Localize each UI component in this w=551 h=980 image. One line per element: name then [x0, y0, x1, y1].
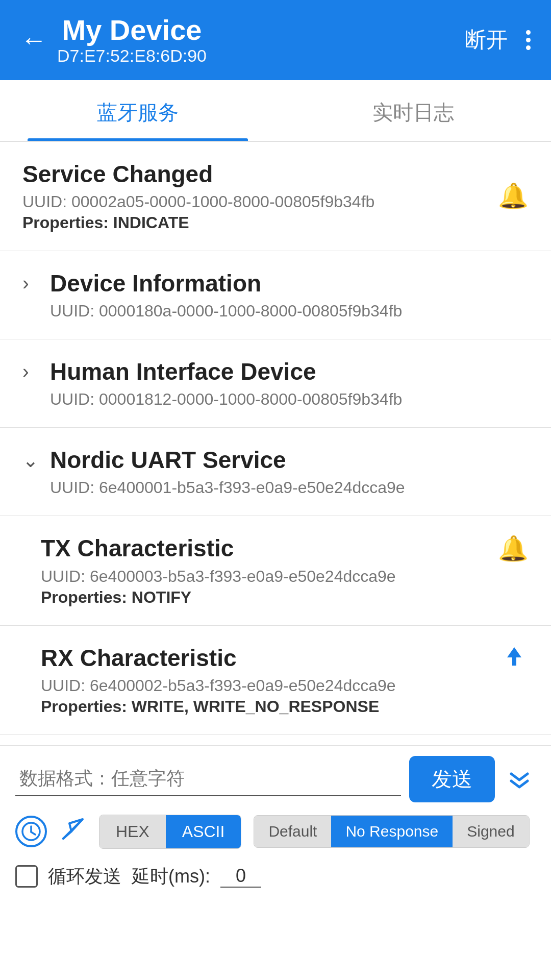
dot3 — [526, 45, 531, 50]
default-response-button[interactable]: Default — [254, 816, 331, 847]
back-button[interactable]: ← — [20, 27, 47, 53]
no-response-button[interactable]: No Response — [331, 816, 453, 847]
encoding-toggle: HEX ASCII — [99, 815, 241, 849]
svg-line-3 — [31, 832, 35, 835]
expand-button[interactable] — [503, 763, 536, 795]
service-item-device-info[interactable]: › Device Information UUID: 0000180a-0000… — [0, 251, 551, 339]
service-uuid-hid: UUID: 00001812-0000-1000-8000-00805f9b34… — [50, 390, 402, 409]
app-header: ← My Device D7:E7:52:E8:6D:90 断开 — [0, 0, 551, 80]
char-props-rx: Properties: WRITE, WRITE_NO_RESPONSE — [41, 697, 396, 716]
send-plane-icon[interactable] — [59, 815, 87, 848]
service-props-service-changed: Properties: INDICATE — [22, 213, 374, 232]
char-props-tx: Properties: NOTIFY — [41, 588, 396, 607]
tab-bar: 蓝牙服务 实时日志 — [0, 80, 551, 142]
more-options-button[interactable] — [526, 30, 531, 50]
service-item-hid[interactable]: › Human Interface Device UUID: 00001812-… — [0, 339, 551, 428]
loop-row: 循环发送 延时(ms): — [15, 859, 536, 894]
service-uuid-device-info: UUID: 0000180a-0000-1000-8000-00805f9b34… — [50, 302, 402, 321]
header-title-block: My Device D7:E7:52:E8:6D:90 — [57, 14, 207, 66]
service-item-service-changed: Service Changed UUID: 00002a05-0000-1000… — [0, 142, 551, 251]
disconnect-button[interactable]: 断开 — [465, 26, 508, 54]
chevron-down-nordic-uart: ⌄ — [22, 449, 39, 472]
delay-input[interactable] — [220, 865, 261, 888]
expand-chevrons-icon — [507, 767, 532, 791]
service-uuid-service-changed: UUID: 00002a05-0000-1000-8000-00805f9b34… — [22, 192, 374, 211]
service-name-nordic-uart: Nordic UART Service — [50, 446, 405, 474]
char-name-rx: RX Characteristic — [41, 644, 396, 672]
upload-button-rx[interactable] — [500, 644, 529, 674]
char-uuid-tx: UUID: 6e400003-b5a3-f393-e0a9-e50e24dcca… — [41, 567, 396, 586]
ascii-button[interactable]: ASCII — [166, 815, 241, 848]
signed-button[interactable]: Signed — [453, 816, 529, 847]
service-name-hid: Human Interface Device — [50, 358, 402, 386]
service-uuid-nordic-uart: UUID: 6e400001-b5a3-f393-e0a9-e50e24dcca… — [50, 478, 405, 497]
send-button[interactable]: 发送 — [409, 756, 495, 802]
loop-send-checkbox[interactable] — [15, 865, 38, 888]
char-name-tx: TX Characteristic — [41, 534, 396, 562]
tab-ble-services[interactable]: 蓝牙服务 — [0, 80, 276, 141]
device-address: D7:E7:52:E8:6D:90 — [57, 46, 207, 66]
characteristic-item-rx: RX Characteristic UUID: 6e400002-b5a3-f3… — [0, 626, 551, 735]
delay-label: 延时(ms): — [132, 864, 210, 889]
clock-icon[interactable] — [15, 816, 47, 847]
page-title: My Device — [62, 14, 202, 46]
notify-bell-service-changed[interactable]: 🔔 — [498, 182, 529, 210]
dot2 — [526, 38, 531, 42]
svg-line-5 — [63, 831, 71, 839]
input-row: 发送 — [15, 756, 536, 802]
dot1 — [526, 30, 531, 35]
tab-realtime-log[interactable]: 实时日志 — [276, 80, 551, 141]
service-name-device-info: Device Information — [50, 270, 402, 298]
hex-button[interactable]: HEX — [99, 815, 166, 848]
chevron-right-hid: › — [22, 361, 39, 383]
notify-bell-tx[interactable]: 🔔 — [498, 534, 529, 563]
bottom-input-area: 发送 — [0, 745, 551, 902]
service-name-service-changed: Service Changed — [22, 160, 374, 188]
service-list: Service Changed UUID: 00002a05-0000-1000… — [0, 142, 551, 745]
loop-label: 循环发送 — [48, 864, 121, 889]
char-uuid-rx: UUID: 6e400002-b5a3-f393-e0a9-e50e24dcca… — [41, 676, 396, 695]
header-actions: 断开 — [465, 26, 531, 54]
response-type-group: Default No Response Signed — [254, 815, 529, 848]
characteristic-item-tx: TX Characteristic UUID: 6e400003-b5a3-f3… — [0, 516, 551, 625]
data-input-field[interactable] — [15, 762, 401, 796]
service-item-nordic-uart[interactable]: ⌄ Nordic UART Service UUID: 6e400001-b5a… — [0, 428, 551, 516]
controls-row: HEX ASCII Default No Response Signed — [15, 815, 536, 849]
svg-marker-0 — [507, 647, 521, 666]
chevron-right-device-info: › — [22, 273, 39, 295]
